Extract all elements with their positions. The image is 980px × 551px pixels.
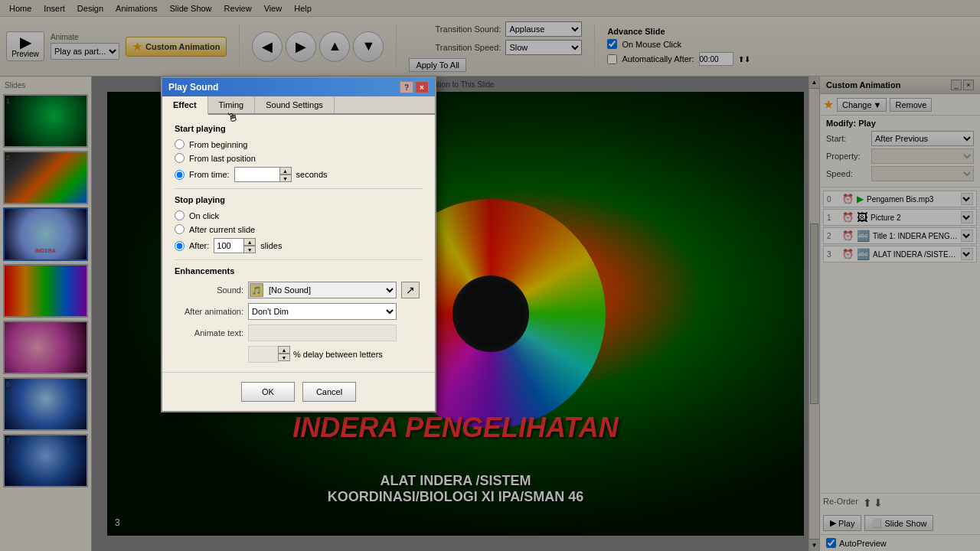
after-current-label: After current slide <box>189 225 255 234</box>
section-divider-2 <box>175 259 423 260</box>
delay-spin-up[interactable]: ▲ <box>278 346 290 354</box>
from-time-row: From time: ▲ ▼ seconds <box>175 167 423 182</box>
dialog-title: Play Sound <box>168 82 218 93</box>
play-sound-dialog: Play Sound ? × Effect Timing Sound Setti… <box>161 77 436 412</box>
stop-playing-title: Stop playing <box>175 195 423 204</box>
after-current-radio[interactable] <box>175 224 185 234</box>
from-time-input[interactable] <box>234 167 280 182</box>
delay-spin-down[interactable]: ▼ <box>278 354 290 361</box>
from-time-radio[interactable] <box>175 170 185 180</box>
sound-icon: 🎵 <box>250 283 263 297</box>
delay-input[interactable] <box>248 346 279 363</box>
after-radio[interactable] <box>175 241 185 251</box>
after-spinner: ▲ ▼ <box>243 238 256 253</box>
time-spin-wrapper: ▲ ▼ <box>234 167 292 182</box>
on-click-row: On click <box>175 210 423 220</box>
time-spin-up[interactable]: ▲ <box>279 167 292 174</box>
after-animation-label: After animation: <box>175 307 243 316</box>
tab-effect[interactable]: Effect <box>162 96 208 115</box>
on-click-radio[interactable] <box>175 210 185 220</box>
dialog-help-btn[interactable]: ? <box>400 81 413 93</box>
slides-label: slides <box>260 241 282 250</box>
tab-timing[interactable]: Timing <box>208 96 256 113</box>
delay-spin: ▲ ▼ <box>248 346 290 363</box>
after-spin-wrapper: ▲ ▼ <box>214 238 256 253</box>
sound-select[interactable]: [No Sound] <box>248 282 397 298</box>
dialog-content: Start playing From beginning From last p… <box>162 115 435 372</box>
sound-label: Sound: <box>175 285 243 295</box>
from-beginning-label: From beginning <box>189 140 247 149</box>
delay-wrapper: ▲ ▼ % delay between letters <box>248 346 397 363</box>
start-playing-title: Start playing <box>175 124 423 133</box>
cancel-button[interactable]: Cancel <box>302 382 356 402</box>
time-spin-down[interactable]: ▼ <box>279 174 292 182</box>
sound-browse-btn[interactable]: ↗ <box>401 282 420 298</box>
section-divider-1 <box>175 188 423 189</box>
seconds-label: seconds <box>296 170 328 179</box>
dialog-tabs: Effect Timing Sound Settings <box>162 96 435 115</box>
from-last-label: From last position <box>189 154 256 163</box>
after-slides-row: After: ▲ ▼ slides <box>175 238 423 253</box>
dialog-footer: OK Cancel <box>162 372 435 411</box>
titlebar-buttons: ? × <box>400 81 429 93</box>
time-spinner: ▲ ▼ <box>279 167 292 182</box>
after-label: After: <box>189 241 209 250</box>
modal-overlay: Play Sound ? × Effect Timing Sound Setti… <box>0 0 980 551</box>
ok-button[interactable]: OK <box>241 382 295 402</box>
enhancements-title: Enhancements <box>175 266 423 276</box>
on-click-label: On click <box>189 211 219 220</box>
after-value-input[interactable] <box>214 238 244 253</box>
from-beginning-row: From beginning <box>175 139 423 149</box>
from-last-row: From last position <box>175 153 423 163</box>
delay-label: % delay between letters <box>293 350 383 359</box>
tab-sound-settings[interactable]: Sound Settings <box>255 96 335 113</box>
enhancements-grid: Sound: 🎵 [No Sound] ↗ After animation: D… <box>175 282 423 363</box>
after-spin-up[interactable]: ▲ <box>243 238 256 246</box>
from-last-radio[interactable] <box>175 153 185 163</box>
after-animation-select[interactable]: Don't Dim <box>248 303 397 320</box>
delay-spinner: ▲ ▼ <box>278 346 290 363</box>
animate-text-label: Animate text: <box>175 328 243 337</box>
from-beginning-radio[interactable] <box>175 139 185 149</box>
dialog-close-btn[interactable]: × <box>415 81 429 93</box>
after-spin-down[interactable]: ▼ <box>243 246 256 253</box>
from-time-label: From time: <box>189 170 230 179</box>
sound-input-group: 🎵 [No Sound] <box>248 282 397 298</box>
animate-text-input[interactable] <box>248 324 397 341</box>
dialog-titlebar: Play Sound ? × <box>162 78 435 96</box>
after-current-row: After current slide <box>175 224 423 234</box>
